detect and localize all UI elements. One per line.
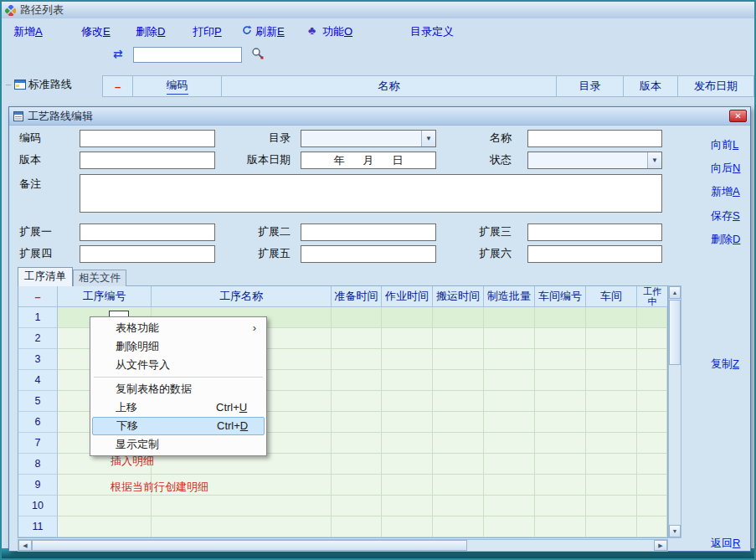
detail-column-header[interactable]: 搬运时间	[433, 286, 484, 307]
column-header-release-date[interactable]: 发布日期	[677, 75, 754, 97]
detail-column-header[interactable]: 准备时间	[332, 286, 382, 307]
table-cell[interactable]	[535, 412, 586, 433]
table-cell[interactable]	[433, 516, 484, 537]
version-input[interactable]	[80, 152, 215, 169]
search-icon[interactable]	[251, 47, 264, 59]
ext2-input[interactable]	[301, 223, 436, 241]
table-cell[interactable]	[484, 370, 535, 391]
table-cell[interactable]	[637, 454, 667, 475]
detail-column-header[interactable]: 工序名称	[152, 286, 332, 307]
table-cell[interactable]	[433, 391, 484, 412]
table-cell[interactable]	[586, 496, 637, 516]
detail-column-header[interactable]: 制造批量	[484, 286, 535, 307]
vertical-scroll-thumb[interactable]	[669, 300, 681, 365]
horizontal-scroll-thumb[interactable]	[32, 540, 467, 551]
scroll-right-icon[interactable]: ▶	[654, 540, 667, 551]
copy-button[interactable]: 复制Z	[711, 357, 739, 372]
detail-column-header[interactable]: 作业时间	[382, 286, 433, 307]
row-number[interactable]: 11	[18, 516, 58, 537]
column-header-name[interactable]: 名称	[221, 75, 557, 97]
table-cell[interactable]	[586, 516, 637, 537]
table-cell[interactable]	[484, 433, 535, 454]
table-cell[interactable]	[433, 454, 484, 475]
row-number[interactable]: 2	[18, 328, 58, 349]
create-detail-from-row-item[interactable]: 根据当前行创建明细	[111, 480, 208, 495]
table-row[interactable]: 11	[18, 516, 667, 537]
table-cell[interactable]	[433, 370, 484, 391]
menu-item-move-up[interactable]: 上移 Ctrl+U	[92, 398, 265, 417]
table-cell[interactable]	[382, 496, 433, 516]
name-input[interactable]	[527, 130, 662, 147]
table-cell[interactable]	[433, 412, 484, 433]
table-cell[interactable]	[535, 454, 586, 475]
table-cell[interactable]	[484, 454, 535, 475]
table-cell[interactable]	[586, 475, 637, 496]
ext5-input[interactable]	[301, 245, 436, 263]
table-cell[interactable]	[637, 496, 667, 516]
table-cell[interactable]	[332, 454, 382, 475]
table-cell[interactable]	[152, 454, 332, 475]
quick-search-input[interactable]	[133, 47, 242, 63]
directory-select[interactable]: ▼	[301, 130, 436, 147]
row-number[interactable]: 6	[18, 412, 58, 433]
delete-button[interactable]: 删除D	[136, 24, 165, 39]
table-cell[interactable]	[586, 433, 637, 454]
table-cell[interactable]	[433, 328, 484, 349]
table-cell[interactable]	[332, 307, 382, 328]
table-cell[interactable]	[535, 516, 586, 537]
table-cell[interactable]	[332, 496, 382, 516]
menu-item-display-customize[interactable]: 显示定制	[92, 435, 265, 454]
detail-column-header[interactable]: 工作 中	[637, 286, 667, 307]
row-number[interactable]: 3	[18, 349, 58, 370]
table-cell[interactable]	[382, 475, 433, 496]
table-cell[interactable]	[382, 433, 433, 454]
row-number[interactable]: 10	[18, 496, 58, 516]
note-textarea[interactable]	[80, 174, 662, 213]
table-cell[interactable]	[152, 496, 332, 516]
print-button[interactable]: 打印P	[193, 24, 222, 39]
table-cell[interactable]	[382, 349, 433, 370]
table-cell[interactable]	[382, 516, 433, 537]
row-number[interactable]: 7	[18, 433, 58, 454]
table-cell[interactable]	[535, 307, 586, 328]
table-cell[interactable]	[332, 475, 382, 496]
row-number[interactable]: 5	[18, 391, 58, 412]
table-cell[interactable]	[535, 328, 586, 349]
table-row[interactable]: 10	[18, 496, 667, 516]
table-cell[interactable]	[637, 370, 667, 391]
table-cell[interactable]	[637, 516, 667, 537]
menu-item-table-functions[interactable]: 表格功能 ›	[92, 319, 265, 337]
table-cell[interactable]	[332, 349, 382, 370]
tab-related-files[interactable]: 相关文件	[73, 270, 126, 286]
sidebar-item-standard-route[interactable]: ┈ 标准路线	[6, 77, 72, 92]
add-button[interactable]: 新增A	[711, 184, 740, 199]
table-cell[interactable]	[433, 307, 484, 328]
row-number[interactable]: 1	[18, 307, 58, 328]
table-cell[interactable]	[637, 433, 667, 454]
prev-button[interactable]: 向前L	[711, 137, 738, 152]
table-cell[interactable]	[382, 412, 433, 433]
table-cell[interactable]	[332, 328, 382, 349]
table-cell[interactable]	[637, 307, 667, 328]
row-number[interactable]: 9	[18, 475, 58, 496]
save-button[interactable]: 保存S	[711, 208, 740, 223]
table-cell[interactable]	[637, 349, 667, 370]
table-cell[interactable]	[586, 328, 637, 349]
table-cell[interactable]	[586, 307, 637, 328]
ext1-input[interactable]	[80, 223, 215, 241]
vertical-scrollbar[interactable]: ▲ ▼	[668, 285, 681, 538]
version-date-input[interactable]: 年 月 日	[301, 152, 436, 169]
detail-column-header[interactable]: 车间编号	[535, 286, 586, 307]
table-cell[interactable]	[586, 454, 637, 475]
refresh-button[interactable]: 刷新E	[255, 24, 285, 39]
delete-button[interactable]: 删除D	[711, 232, 740, 247]
table-cell[interactable]	[484, 328, 535, 349]
edit-button[interactable]: 修改E	[81, 24, 111, 39]
table-cell[interactable]	[535, 391, 586, 412]
table-cell[interactable]	[535, 475, 586, 496]
table-cell[interactable]	[382, 370, 433, 391]
next-button[interactable]: 向后N	[711, 161, 740, 176]
table-cell[interactable]	[58, 496, 152, 516]
table-cell[interactable]	[382, 454, 433, 475]
table-cell[interactable]	[586, 412, 637, 433]
